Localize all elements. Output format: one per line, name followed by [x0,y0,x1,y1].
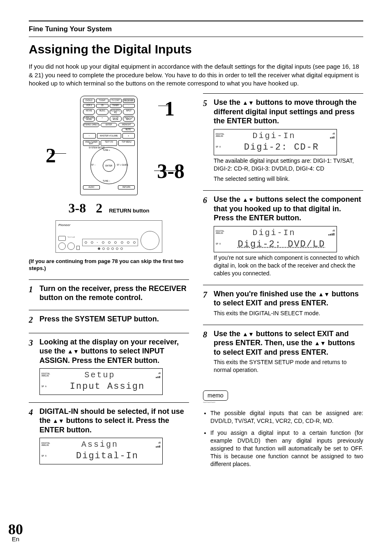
volume-knob [141,231,159,250]
remote-btn: ENTER [101,123,117,127]
triangle-down-icon: ▼ [324,291,330,298]
triangle-up-icon: ▲ [242,331,248,338]
triangle-down-icon: ▼ [58,418,64,425]
step-3: 3 Looking at the display on your receive… [29,337,189,395]
triangle-up-icon: ▲ [67,348,73,355]
remote-btn: MULTI CH INPUT [123,116,135,122]
remote-btn: CD [96,104,108,108]
remote-figure: 1 2 3-8 DVD/LD TV/SAT TV CONT RECEIVER V… [51,96,166,195]
top-rule [29,21,363,21]
triangle-down-icon: ▼ [248,196,254,204]
intro-paragraph: If you did not hook up your digital equi… [29,62,363,88]
step-5: 5 Use the ▲▼ buttons to move through the… [203,98,363,183]
remote-btn: – [83,133,96,138]
remote-btn: MUSIC [96,109,108,115]
remote-btn: TUNER [110,104,122,108]
remote-btn-mute: MUTE [122,128,135,132]
remote-btn: + [122,133,135,138]
left-column: 1 2 3-8 DVD/LD TV/SAT TV CONT RECEIVER V… [29,93,189,472]
page-title: Assigning the Digital Inputs [29,41,363,58]
remote-btn: STEREO DIRECT [83,123,99,127]
remote-btn: MIDNIGHT [118,123,135,127]
remote-btn: + [96,116,108,122]
remote-dpad: ENTER TUNE + TUNE – ST – ST + GUIDE SYST… [90,147,127,184]
remote-btn: ACOUSTIC EQ [110,109,122,115]
remote-btn: VCR 2 [83,104,95,108]
remote-btn: SURROUND MODE [83,116,95,122]
triangle-down-icon: ▼ [73,348,79,355]
memo-badge: memo [203,390,228,401]
memo-item: The possible digital inputs that can be … [210,409,363,425]
callout-2: 2 [46,145,56,166]
triangle-up-icon: ▲ [242,196,248,204]
triangle-down-icon: ▼ [320,340,326,347]
secondary-callouts: 3-8 2 RETURN button [29,199,189,217]
step-2: 2 Press the SYSTEM SETUP button. [29,314,189,325]
step-4: 4 DIGITAL-IN should be selected, if not … [29,407,189,464]
skip-note: (If you are continuing from page 78 you … [29,258,189,272]
triangle-up-icon: ▲ [242,99,248,107]
memo-item: If you assign a digital input to a certa… [210,429,363,468]
remote-btn: 5.1 CH MODE [110,116,122,122]
memo-section: memo 〰〰〰 The possible digital inputs tha… [203,386,363,468]
step-8: 8 Use the ▲▼ buttons to select EXIT and … [203,329,363,374]
remote-btn: ◦ [123,104,135,108]
remote-body: DVD/LD TV/SAT TV CONT RECEIVER VCR 2 CD … [80,96,138,195]
callout-1: 1 [164,98,175,119]
right-column: 5 Use the ▲▼ buttons to move through the… [203,93,363,472]
step-7: 7 When you're finished use the ▲▼ button… [203,289,363,317]
lcd-display-1: DIGITALANALOGSetupdB SP AInput Assign [39,368,163,395]
triangle-down-icon: ▼ [248,99,254,107]
remote-btn: MASTER VOLUME [97,133,121,138]
triangle-down-icon: ▼ [248,331,254,338]
remote-btn: TOP MENU [118,140,135,146]
remote-btn: MOVIE [83,109,95,115]
lcd-display-2: DIGITALANALOGAssigndB SP ADigital-In [39,438,163,464]
triangle-up-icon: ▲ [318,291,324,298]
callout-3-8: 3-8 [157,161,184,181]
dpad-enter: ENTER [103,159,115,172]
lcd-display-3: DIGITALANALOGDigi-IndB SP ADigi-2: CD-R [214,129,337,156]
lcd-display-4: DIGITALANALOGDigi-IndB SP ADigi-2: DVD/L… [214,226,337,253]
triangle-up-icon: ▲ [314,340,320,347]
remote-btn: TEXT ON [101,140,117,146]
amplifier-figure: Pioneer Turn Loud ▸ [55,220,162,253]
under-rule [29,37,363,37]
remote-btn: DVD/LD [83,99,95,103]
remote-btn: TV/SAT [96,99,108,103]
remote-btn: RETURN [118,185,135,189]
remote-btn: AUDIO [83,185,100,189]
remote-btn: RECEIVER [123,99,135,103]
remote-btn: INPUT [123,109,135,115]
remote-btn: VIDEO TUNER EDIT [83,140,99,146]
section-heading: Fine Tuning Your System [29,24,363,37]
step-1: 1 Turn on the receiver, press the RECEIV… [29,284,189,302]
triangle-up-icon: ▲ [53,418,58,425]
remote-btn: TV CONT [110,99,122,103]
step-6: 6 Use the ▲▼ buttons select the componen… [203,195,363,277]
